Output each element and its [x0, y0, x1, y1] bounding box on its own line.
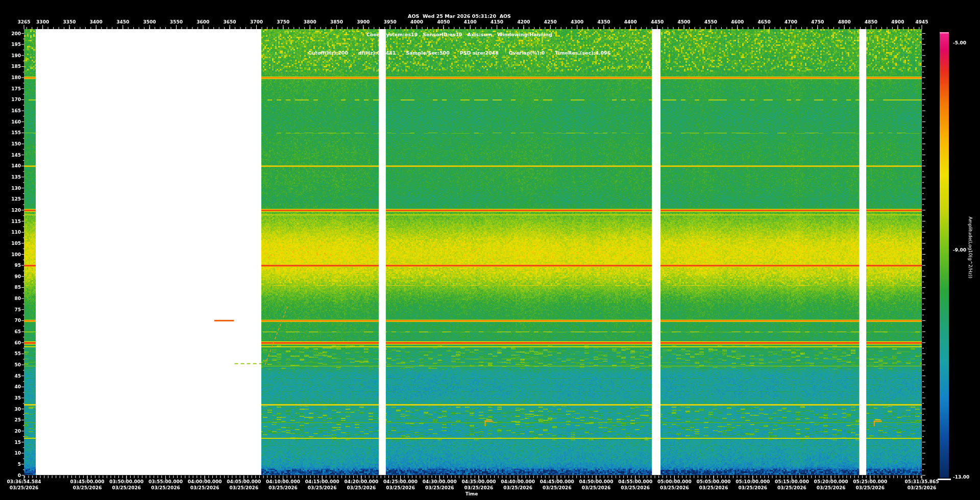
tick-label: 03/25/2026: [386, 485, 415, 490]
tick-label: 04:15:00.000: [305, 479, 339, 484]
tick-label: 4800: [838, 19, 851, 24]
tick-label: 195: [11, 42, 21, 47]
header-processing-info: Cutoff(Hz):200 df(Hz):0.2441 Sample/Sec:…: [0, 50, 919, 56]
header: AOS Wed 25 Mar 2026 05:31:20 AOS CoordSy…: [0, 1, 919, 68]
tick-label: 4050: [437, 19, 450, 24]
tick-label: 03/25/2026: [621, 485, 650, 490]
tick-label: 05:15:00.000: [775, 479, 809, 484]
tick-label: 05:25:00.000: [853, 479, 887, 484]
tick-label: 03:50:00.000: [109, 479, 143, 484]
header-title: AOS Wed 25 Mar 2026 05:31:20 AOS: [0, 13, 919, 19]
tick-label: 04:20:00.000: [344, 479, 378, 484]
tick-label: 3450: [116, 19, 129, 24]
tick-label: 3550: [170, 19, 183, 24]
tick-label: 20: [14, 429, 21, 434]
colorbar-title: Amplitude(Log10(g^2/Hz)): [968, 216, 973, 278]
tick-label: 60: [14, 340, 21, 345]
tick-label: 3850: [330, 19, 343, 24]
tick-label: 03/25/2026: [503, 485, 532, 490]
tick-label: 03/25/2026: [817, 485, 846, 490]
tick-label: 04:25:00.000: [383, 479, 418, 484]
tick-label: 04:00:00.000: [188, 479, 222, 484]
tick-label: 4000: [410, 19, 423, 24]
tick-label: 3600: [197, 19, 209, 24]
tick-label: 04:05:00.000: [227, 479, 261, 484]
tick-label: 4150: [491, 19, 503, 24]
tick-label: 03:45:00.000: [70, 479, 105, 484]
tick-label: 140: [11, 163, 21, 168]
tick-label: 04:30:00.000: [423, 479, 457, 484]
tick-label: 175: [11, 86, 21, 91]
tick-label: 90: [14, 274, 21, 279]
tick-label: 35: [14, 395, 21, 401]
tick-label: 4250: [544, 19, 557, 24]
tick-label: 3800: [304, 19, 316, 24]
tick-label: 115: [11, 219, 21, 224]
tick-label: 105: [11, 241, 21, 246]
tick-label: 160: [11, 119, 21, 124]
tick-label: 4350: [597, 19, 610, 24]
tick-label: 04:45:00.000: [540, 479, 574, 484]
tick-label: 03/25/2026: [660, 485, 689, 490]
tick-label: 15: [14, 440, 21, 445]
tick-label: 03/25/2026: [582, 485, 611, 490]
tick-label: 03/25/2026: [777, 485, 806, 490]
tick-label: 10: [14, 451, 21, 456]
tick-label: 03/25/2026: [308, 485, 337, 490]
aos-spectrogram-window: AOS Wed 25 Mar 2026 05:31:20 AOS CoordSy…: [0, 0, 980, 500]
tick-label: 50: [14, 362, 21, 367]
tick-label: 05:05:00.000: [697, 479, 731, 484]
tick-label: 03/25/2026: [347, 485, 376, 490]
tick-label: 3650: [224, 19, 236, 24]
tick-label: 110: [11, 230, 21, 235]
tick-label: 03/25/2026: [464, 485, 494, 490]
tick-label: 05:31:35.865: [905, 479, 939, 484]
tick-label: 03/25/2026: [10, 485, 39, 490]
tick-label: 4100: [464, 19, 477, 24]
tick-label: 30: [14, 407, 21, 412]
tick-label: 04:40:00.000: [501, 479, 535, 484]
tick-label: 03/25/2026: [151, 485, 180, 490]
tick-label: 65: [14, 329, 21, 334]
tick-label: 04:10:00.000: [266, 479, 300, 484]
tick-label: 4400: [624, 19, 637, 24]
tick-label: 4650: [758, 19, 771, 24]
tick-label: 70: [14, 318, 21, 323]
tick-label: 150: [11, 141, 21, 146]
tick-label: 3900: [357, 19, 370, 24]
tick-label: 05:00:00.000: [657, 479, 692, 484]
tick-label: 3500: [143, 19, 156, 24]
tick-label: 4750: [811, 19, 824, 24]
tick-label: 4300: [571, 19, 583, 24]
tick-label: 3350: [63, 19, 76, 24]
tick-label: -13.00: [953, 474, 969, 480]
tick-label: 03/25/2026: [73, 485, 102, 490]
tick-label: 4700: [785, 19, 797, 24]
tick-label: 4550: [704, 19, 717, 24]
tick-label: 4600: [731, 19, 744, 24]
tick-label: 03/25/2026: [699, 485, 728, 490]
tick-label: 85: [14, 285, 21, 290]
tick-label: -9.00: [953, 247, 966, 253]
tick-label: 80: [14, 296, 21, 301]
tick-label: 03/25/2026: [190, 485, 219, 490]
spectrogram-canvas[interactable]: [0, 0, 980, 500]
tick-label: 03/25/2026: [268, 485, 298, 490]
tick-label: 4900: [891, 19, 904, 24]
tick-label: 03/25/2026: [112, 485, 141, 490]
tick-label: 4450: [651, 19, 664, 24]
tick-label: 95: [14, 263, 21, 268]
tick-label: 4200: [517, 19, 530, 24]
tick-label: 04:55:00.000: [618, 479, 652, 484]
tick-label: 120: [11, 208, 21, 213]
tick-label: 130: [11, 186, 21, 191]
tick-label: 05:20:00.000: [814, 479, 848, 484]
tick-label: 4500: [678, 19, 691, 24]
tick-label: 185: [11, 64, 21, 69]
tick-label: 170: [11, 97, 21, 102]
tick-label: 03/25/2026: [738, 485, 767, 490]
tick-label: 0: [18, 473, 21, 478]
tick-label: 25: [14, 417, 21, 422]
tick-label: 4850: [865, 19, 877, 24]
tick-label: 03/25/2026: [543, 485, 572, 490]
